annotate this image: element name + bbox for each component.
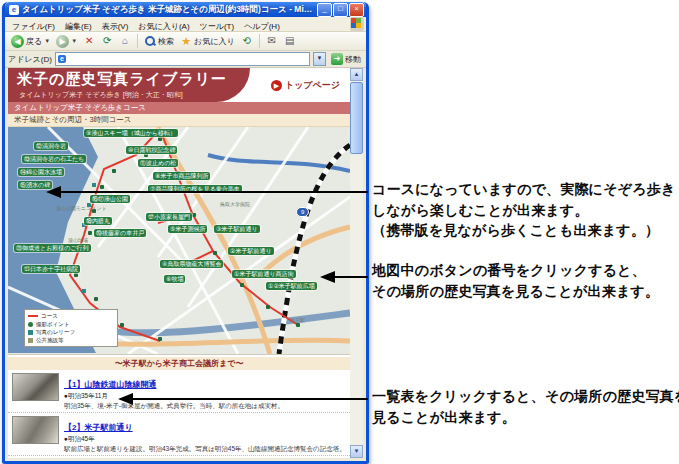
photo-point-marker — [240, 283, 244, 287]
ie-page-icon: e — [58, 55, 66, 63]
list-item: 【3】米子駅前通り●大正中期建ち並ぶ倉庫と大八車の列々。 — [8, 456, 350, 458]
scrollbar-thumb[interactable] — [350, 82, 363, 154]
photo-date: ●明治45年 — [64, 435, 346, 444]
legend-label: 撮影ポイント — [36, 320, 70, 328]
back-button[interactable]: ◀ 戻る ▼ — [8, 33, 53, 49]
scroll-up-icon[interactable]: ▲ — [350, 68, 363, 81]
menu-item-編[interactable]: 編集(E) — [60, 22, 97, 31]
legend-row: 公共施設等 — [28, 336, 114, 344]
photo-point-marker — [192, 213, 196, 217]
map-spot-button[interactable]: ③米子駅前通り — [214, 225, 260, 233]
ie-window-icon: e — [9, 5, 19, 15]
toolbar: ◀ 戻る ▼ ▶ ▼ ✕ ⟳ ⌂ 検索 ★ お気に入り ⟲ ✉ ▤ — [5, 32, 366, 51]
photo-thumbnail[interactable] — [12, 373, 59, 401]
address-dropdown-icon[interactable]: ▼ — [313, 52, 326, 66]
map-spot-button[interactable]: ⑨湊山スキー場（城山から移転） — [84, 129, 178, 137]
map-spot-button[interactable]: ⑤米子測候所 — [168, 225, 207, 233]
history-button[interactable]: ⟲ — [238, 33, 256, 49]
photo-point-marker — [74, 273, 78, 277]
map-spot-button[interactable]: ⑱内膳丸 — [84, 217, 112, 225]
map-place-label: 湊山公園モニュメント — [56, 205, 107, 211]
course-map[interactable]: コース撮影ポイント写真のレリーフ公共施設等 湊山公園モニュメント湊山球場鳥取大学… — [8, 127, 350, 355]
legend-label: 公共施設等 — [36, 336, 64, 344]
list-item: 【1】山陰鉄道山陰線開通●明治35年11月明治35年、境-米子-御来屋が開通。式… — [8, 370, 350, 413]
photo-link[interactable]: 【1】山陰鉄道山陰線開通 — [64, 379, 156, 390]
history-icon: ⟲ — [241, 35, 253, 47]
legend-swatch — [28, 338, 33, 343]
photo-list: 【1】山陰鉄道山陰線開通●明治35年11月明治35年、境-米子-御来屋が開通。式… — [8, 370, 350, 458]
refresh-button[interactable]: ⟳ — [98, 33, 116, 49]
menu-item-表[interactable]: 表示(V) — [97, 22, 134, 31]
map-spot-button[interactable]: ⑧米子市商品陳列所 — [153, 172, 210, 180]
legend-row: 写真のレリーフ — [28, 328, 114, 336]
play-icon: ▶ — [271, 80, 282, 91]
forward-button[interactable]: ▶ ▼ — [53, 33, 80, 49]
print-button[interactable]: ▤ — [281, 33, 299, 49]
toolbar-separator — [259, 34, 260, 48]
map-place-label: 米子駅 — [290, 317, 305, 323]
address-field[interactable]: e — [55, 52, 310, 66]
map-spot-button[interactable]: ①米子駅前通り商店街 — [232, 270, 296, 278]
map-spot-button[interactable]: ①②米子駅前広場 — [266, 282, 317, 290]
photo-description: 駅前広場と駅前通りを建設。明治43年完成。写真は明治45年、山陰線開通記念博覧会… — [64, 445, 346, 453]
menu-item-お[interactable]: お気に入り(A) — [133, 22, 194, 31]
menu-items: ファイル(F)編集(E)表示(V)お気に入り(A)ツール(T)ヘルプ(H) — [7, 15, 285, 33]
annotation-arrow-line — [59, 191, 368, 193]
map-spot-button[interactable]: ④鳥取県物産大博覧会 — [160, 260, 223, 268]
address-input[interactable] — [68, 55, 307, 64]
back-icon: ◀ — [11, 35, 24, 48]
map-spot-button[interactable]: ⑫清洞寺岩 — [34, 142, 68, 150]
search-button[interactable]: 検索 — [141, 33, 177, 49]
site-banner: 米子の歴史写真ライブラリー タイムトリップ米子 そぞろ歩き [明治・大正・昭和]… — [8, 68, 350, 102]
annotation-arrow-head — [118, 393, 133, 405]
menu-item-フ[interactable]: ファイル(F) — [7, 22, 60, 31]
map-place-label: 鳥取大学病院 — [220, 201, 250, 207]
photo-point-marker — [296, 323, 300, 327]
favorites-button[interactable]: ★ お気に入り — [177, 33, 238, 49]
course-title-bar: 米子城跡とその周辺・3時間コース — [8, 114, 350, 127]
close-button[interactable]: × — [349, 3, 364, 17]
map-spot-button[interactable]: ㉒小原家長屋門 — [146, 213, 192, 221]
annotation-text-3: 一覧表をクリックすると、その場所の歴史写真を見ることが出来ます。 — [372, 386, 679, 427]
map-spot-button[interactable]: ⑪波止めの松 — [138, 159, 178, 167]
window-title: タイムトリップ米子 そぞろ歩き 米子城跡とその周辺(約3時間)コース - Mic… — [22, 4, 316, 16]
scroll-down-icon[interactable]: ▼ — [350, 445, 363, 458]
forward-icon: ▶ — [56, 35, 69, 48]
map-spot-button[interactable]: ㉑日本赤十字社病院 — [22, 265, 80, 273]
forward-dropdown-icon[interactable]: ▼ — [71, 38, 77, 44]
photo-point-marker — [100, 185, 104, 189]
photo-point-marker — [158, 337, 162, 341]
photo-link[interactable]: 【2】米子駅前通り — [64, 422, 133, 433]
refresh-icon: ⟳ — [101, 35, 113, 47]
legend-row: 撮影ポイント — [28, 320, 114, 328]
map-spot-button[interactable]: ⑲後藤家の車井戸 — [94, 229, 146, 237]
menu-item-ツ[interactable]: ツール(T) — [195, 22, 240, 31]
mail-button[interactable]: ✉ — [263, 33, 281, 49]
photo-point-marker — [120, 323, 124, 327]
map-spot-button[interactable]: ⑥牧場 — [164, 275, 185, 283]
legend-swatch — [28, 322, 33, 327]
list-item: 【2】米子駅前通り●明治45年駅前広場と駅前通りを建設。明治43年完成。写真は明… — [8, 413, 350, 456]
minimize-button[interactable]: _ — [317, 3, 332, 17]
list-item-body: 【1】山陰鉄道山陰線開通●明治35年11月明治35年、境-米子-御来屋が開通。式… — [64, 373, 346, 410]
go-button[interactable]: ➜ 移動 — [329, 53, 363, 65]
map-spot-button[interactable]: ⑭錦公園水泳場 — [18, 168, 64, 176]
map-spot-button[interactable]: ②米子駅前通り — [228, 247, 274, 255]
photo-thumbnail[interactable] — [12, 416, 59, 444]
list-item-body: 【2】米子駅前通り●明治45年駅前広場と駅前通りを建設。明治43年完成。写真は明… — [64, 416, 346, 453]
menu-item-ヘ[interactable]: ヘルプ(H) — [239, 22, 285, 31]
stop-button[interactable]: ✕ — [80, 33, 98, 49]
map-spot-button[interactable]: ⑯⑰湊山公園 — [90, 195, 130, 203]
annotation-text-2: 地図中のボタンの番号をクリックすると、その場所の歴史写真を見ることが出来ます。 — [372, 260, 659, 301]
maximize-button[interactable]: □ — [333, 3, 348, 17]
map-spot-button[interactable]: ⑩日露戦役記念碑 — [126, 146, 177, 154]
map-spot-button[interactable]: ⑳御成道とお殿様のご行列 — [14, 244, 91, 252]
top-page-link[interactable]: ▶ トップページ — [271, 79, 340, 92]
back-dropdown-icon[interactable]: ▼ — [44, 38, 50, 44]
address-label: アドレス(D) — [8, 54, 52, 65]
legend-label: 写真のレリーフ — [36, 328, 75, 336]
route-number-shield: 9 — [296, 207, 309, 217]
site-subtitle: タイムトリップ米子 そぞろ歩き [明治・大正・昭和] — [19, 90, 183, 100]
home-button[interactable]: ⌂ — [116, 33, 134, 49]
map-spot-button[interactable]: ⑬清洞寺岩の石工たち — [22, 155, 86, 163]
